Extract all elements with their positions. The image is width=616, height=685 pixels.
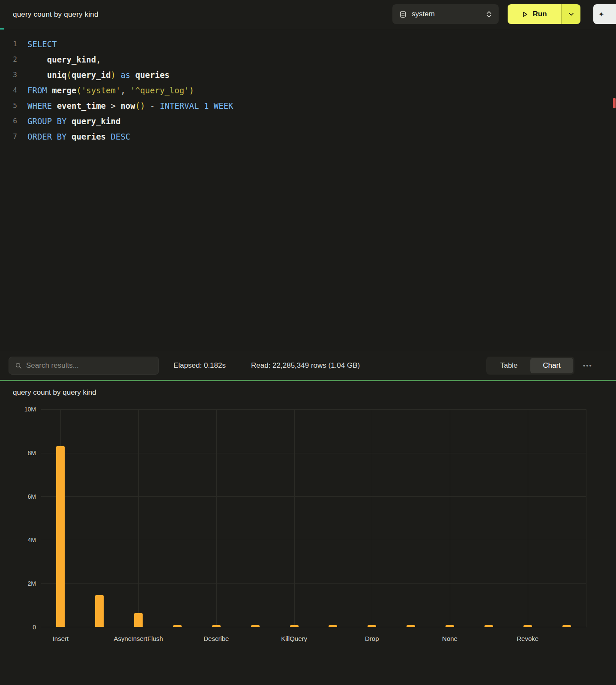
code-text: GROUP BY query_kind bbox=[27, 113, 120, 129]
line-number: 5 bbox=[0, 98, 17, 113]
code-line[interactable]: 1SELECT bbox=[0, 36, 616, 52]
sql-editor[interactable]: 1SELECT2 query_kind,3 uniq(query_id) as … bbox=[0, 29, 616, 351]
scrollbar-error-marker bbox=[613, 98, 616, 108]
code-text: SELECT bbox=[27, 36, 57, 52]
run-split-button: Run bbox=[508, 4, 580, 24]
h-gridline bbox=[41, 453, 586, 453]
chart-bar bbox=[134, 613, 143, 627]
sparkle-icon: ✦ bbox=[598, 10, 604, 18]
chart-bar bbox=[56, 446, 65, 627]
database-selector-value: system bbox=[412, 10, 481, 18]
run-options-button[interactable] bbox=[561, 4, 580, 24]
page-title: query count by query kind bbox=[13, 0, 99, 29]
code-text: FROM merge('system', '^query_log') bbox=[27, 83, 194, 98]
y-axis-label: 0 bbox=[33, 624, 36, 631]
chart-title: query count by query kind bbox=[13, 388, 96, 397]
line-number: 1 bbox=[0, 36, 17, 52]
v-gridline bbox=[528, 409, 528, 627]
code-text: ORDER BY queries DESC bbox=[27, 129, 130, 144]
chart-bar bbox=[446, 625, 454, 627]
editor-top-accent bbox=[0, 28, 4, 30]
x-axis-label: None bbox=[442, 635, 458, 642]
y-axis-label: 4M bbox=[28, 536, 36, 543]
y-axis-label: 10M bbox=[24, 406, 36, 413]
secondary-action-button[interactable]: ✦ bbox=[593, 4, 616, 24]
chart-plot-area bbox=[41, 409, 586, 627]
chart-bar bbox=[251, 625, 260, 627]
code-line[interactable]: 5WHERE event_time > now() - INTERVAL 1 W… bbox=[0, 98, 616, 113]
line-number: 4 bbox=[0, 83, 17, 98]
code-text: query_kind, bbox=[27, 52, 101, 67]
search-icon bbox=[15, 362, 22, 369]
header-bar: query count by query kind system Run bbox=[0, 0, 616, 29]
chevron-up-down-icon bbox=[486, 11, 492, 18]
database-icon bbox=[399, 11, 407, 18]
run-button[interactable]: Run bbox=[508, 4, 561, 24]
results-toolbar: Elapsed: 0.182s Read: 22,285,349 rows (1… bbox=[0, 351, 616, 380]
line-number: 3 bbox=[0, 67, 17, 83]
chart-bar bbox=[173, 625, 182, 627]
y-axis-label: 8M bbox=[28, 450, 36, 456]
run-button-label: Run bbox=[532, 10, 547, 18]
h-gridline bbox=[41, 583, 586, 584]
chart-bar bbox=[329, 625, 337, 627]
code-line[interactable]: 2 query_kind, bbox=[0, 52, 616, 67]
chart-bar bbox=[95, 595, 104, 627]
h-gridline bbox=[41, 409, 586, 410]
chart-bar bbox=[290, 625, 299, 627]
h-gridline bbox=[41, 496, 586, 497]
chart-x-axis: InsertAsyncInsertFlushDescribeKillQueryD… bbox=[41, 633, 586, 644]
y-axis-label: 2M bbox=[28, 580, 36, 587]
code-text: uniq(query_id) as queries bbox=[27, 67, 170, 83]
chart-bar bbox=[407, 625, 415, 627]
read-stat: Read: 22,285,349 rows (1.04 GB) bbox=[251, 351, 360, 380]
code-line[interactable]: 6GROUP BY query_kind bbox=[0, 113, 616, 129]
v-gridline bbox=[138, 409, 139, 627]
line-number: 6 bbox=[0, 113, 17, 129]
chart-y-axis: 10M8M6M4M2M0 bbox=[0, 409, 36, 627]
v-gridline bbox=[450, 409, 450, 627]
code-line[interactable]: 4FROM merge('system', '^query_log') bbox=[0, 83, 616, 98]
chart-bar bbox=[484, 625, 493, 627]
chart-bar bbox=[562, 625, 571, 627]
v-gridline bbox=[294, 409, 295, 627]
chevron-down-icon bbox=[569, 13, 574, 16]
v-gridline bbox=[586, 409, 586, 627]
more-options-button[interactable]: ••• bbox=[579, 351, 596, 380]
chart-panel: query count by query kind 10M8M6M4M2M0 I… bbox=[0, 381, 616, 685]
tab-table[interactable]: Table bbox=[487, 358, 530, 373]
database-selector[interactable]: system bbox=[392, 4, 499, 24]
x-axis-label: Describe bbox=[203, 635, 229, 642]
v-gridline bbox=[216, 409, 217, 627]
x-axis-label: Insert bbox=[53, 635, 69, 642]
x-axis-label: AsyncInsertFlush bbox=[114, 635, 163, 642]
play-icon bbox=[522, 11, 528, 18]
h-gridline bbox=[41, 540, 586, 540]
code-line[interactable]: 7ORDER BY queries DESC bbox=[0, 129, 616, 144]
chart-bar bbox=[368, 625, 376, 627]
elapsed-stat: Elapsed: 0.182s bbox=[173, 351, 226, 380]
search-results-input[interactable] bbox=[26, 361, 153, 370]
y-axis-label: 6M bbox=[28, 493, 36, 500]
line-number: 7 bbox=[0, 129, 17, 144]
chart-bar bbox=[212, 625, 221, 627]
chart-bar bbox=[523, 625, 532, 627]
code-line[interactable]: 3 uniq(query_id) as queries bbox=[0, 67, 616, 83]
x-axis-label: Drop bbox=[365, 635, 379, 642]
code-text: WHERE event_time > now() - INTERVAL 1 WE… bbox=[27, 98, 233, 113]
v-gridline bbox=[372, 409, 372, 627]
line-number: 2 bbox=[0, 52, 17, 67]
x-axis-label: KillQuery bbox=[281, 635, 307, 642]
tab-chart[interactable]: Chart bbox=[530, 358, 573, 373]
x-axis-label: Revoke bbox=[517, 635, 538, 642]
search-box bbox=[9, 357, 159, 375]
view-toggle: Table Chart bbox=[486, 357, 574, 375]
